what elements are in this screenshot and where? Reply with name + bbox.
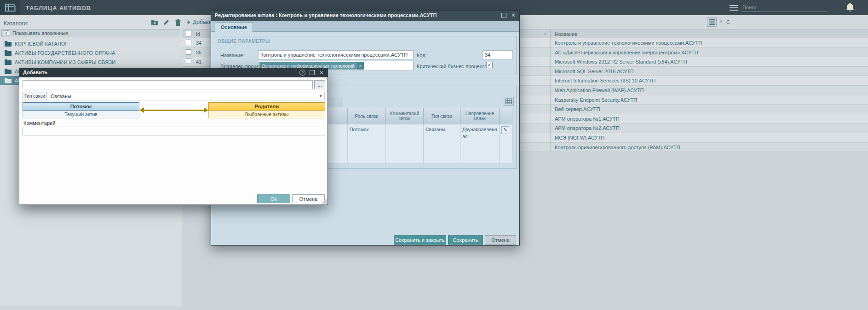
child-column-value: Текущий актив bbox=[23, 111, 139, 118]
show-nested-checkbox[interactable]: ✓ bbox=[4, 30, 9, 36]
catalog-tree-item[interactable]: АКТИВЫ КОМПАНИИ ИЗ СФЕРЫ СВЯЗИ bbox=[0, 58, 182, 67]
folder-icon bbox=[5, 50, 11, 56]
relations-column-settings-button[interactable] bbox=[504, 97, 514, 106]
column-header-name[interactable]: Название bbox=[555, 31, 577, 37]
code-label: Код: bbox=[417, 53, 427, 58]
folder-plus-icon bbox=[151, 19, 159, 25]
comment-label: Комментарий bbox=[23, 120, 55, 126]
pencil-icon bbox=[163, 19, 169, 25]
plus-icon: + bbox=[187, 19, 190, 25]
add-dialog-titlebar[interactable]: Добавить ? ✕ bbox=[19, 68, 328, 77]
folder-icon bbox=[5, 41, 11, 47]
child-column-header: Потомок bbox=[23, 102, 139, 111]
delete-catalog-button[interactable] bbox=[173, 18, 183, 27]
save-and-close-button[interactable]: Сохранить и закрыть bbox=[394, 235, 446, 245]
relation-type-value: Связаны bbox=[51, 94, 71, 99]
show-nested-row: ✓ Показывать вложенные bbox=[1, 29, 180, 37]
catalog-tree-item[interactable]: КОРНЕВОЙ КАТАЛОГ bbox=[0, 39, 182, 48]
comment-input[interactable] bbox=[23, 127, 325, 135]
add-catalog-button[interactable] bbox=[150, 18, 160, 27]
cancel-button[interactable]: Отмена bbox=[292, 194, 325, 203]
asset-search-input[interactable] bbox=[23, 80, 313, 89]
parent-column-header: Родители bbox=[208, 102, 325, 111]
close-icon[interactable]: ✕ bbox=[511, 12, 516, 18]
general-params-title: ОБЩИЕ ПАРАМЕТРЫ bbox=[218, 39, 270, 44]
truncated-control-label: С bbox=[726, 19, 730, 25]
asset-code-input[interactable] bbox=[483, 50, 513, 59]
sort-ascending-icon: ∧ bbox=[544, 31, 547, 36]
row-checkbox[interactable] bbox=[186, 49, 191, 55]
relations-column-header: Роль связи bbox=[348, 108, 386, 124]
maximize-icon[interactable] bbox=[310, 70, 315, 75]
menu-icon[interactable] bbox=[730, 5, 738, 12]
column-header-id[interactable]: Id bbox=[196, 31, 200, 37]
maximize-icon[interactable] bbox=[501, 13, 506, 18]
relations-column-header: Тип связи bbox=[424, 108, 460, 124]
edit-dialog-titlebar[interactable]: Редактирование актива : Контроль и управ… bbox=[211, 11, 519, 21]
column-settings-button[interactable] bbox=[707, 18, 717, 27]
relation-direction-arrow bbox=[144, 110, 204, 111]
tab-osnovnye[interactable]: Основные bbox=[215, 22, 253, 32]
show-nested-label: Показывать вложенные bbox=[12, 30, 68, 36]
ok-button[interactable]: Ok bbox=[257, 194, 290, 203]
column-divider bbox=[550, 38, 551, 152]
grid-icon bbox=[506, 99, 512, 104]
edit-catalog-button[interactable] bbox=[161, 18, 171, 27]
relations-column-header-actions bbox=[500, 108, 512, 124]
cancel-button[interactable]: Отмена bbox=[485, 235, 516, 245]
notifications-bell-icon[interactable] bbox=[845, 2, 855, 13]
catalog-tree-item[interactable]: АКТИВЫ ГОСУДАРСТВЕННОГО ОРГАНА bbox=[0, 48, 182, 58]
relation-type-label: Тип связи bbox=[23, 92, 47, 100]
edit-dialog-title: Редактирование актива : Контроль и управ… bbox=[215, 12, 437, 18]
clear-icon[interactable]: × bbox=[719, 18, 723, 25]
catalogs-label: Каталоги: bbox=[4, 20, 29, 27]
relation-type-select[interactable]: Связаны ▾ bbox=[47, 92, 325, 100]
row-checkbox[interactable] bbox=[186, 40, 191, 45]
parent-column-value: Выбранные активы bbox=[208, 111, 325, 118]
folder-icon bbox=[5, 69, 11, 74]
select-all-checkbox[interactable] bbox=[186, 31, 191, 36]
save-button[interactable]: Сохранить bbox=[448, 235, 483, 245]
name-label: Название: bbox=[220, 53, 244, 58]
folder-icon bbox=[5, 59, 11, 65]
app-screen: ТАБЛИЦА АКТИВОВ Каталоги: bbox=[0, 0, 868, 310]
relations-column-header: Направление связи bbox=[460, 108, 500, 124]
browse-button[interactable]: ... bbox=[314, 80, 325, 89]
column-divider bbox=[550, 29, 551, 39]
asset-name-input[interactable] bbox=[258, 50, 414, 59]
trash-icon bbox=[175, 19, 181, 26]
page-title: ТАБЛИЦА АКТИВОВ bbox=[26, 5, 91, 12]
critical-label: Критический бизнес-процесс: bbox=[417, 64, 486, 69]
resize-grip[interactable] bbox=[322, 199, 327, 204]
relations-column-header: Комментарий связи bbox=[386, 108, 424, 124]
panel-scrollbar[interactable] bbox=[0, 306, 182, 310]
row-checkbox[interactable] bbox=[186, 58, 191, 64]
chevron-down-icon: ▾ bbox=[319, 93, 322, 99]
add-relation-dialog: Добавить ? ✕ ... Тип связи Связаны ▾ Пот… bbox=[19, 68, 328, 205]
remove-tag-icon[interactable]: × bbox=[357, 62, 364, 70]
app-logo[interactable] bbox=[0, 0, 20, 15]
folder-icon bbox=[5, 78, 11, 83]
grid-icon bbox=[709, 19, 715, 25]
add-dialog-title: Добавить bbox=[23, 70, 47, 75]
edit-dialog-tabs: Основные bbox=[211, 21, 519, 32]
help-icon[interactable]: ? bbox=[299, 70, 305, 76]
close-icon[interactable]: ✕ bbox=[319, 70, 324, 76]
critical-checkbox[interactable]: ✓ bbox=[486, 62, 493, 68]
app-logo-icon bbox=[5, 3, 16, 12]
search-input[interactable] bbox=[742, 3, 827, 12]
edit-relation-icon[interactable]: ✎ bbox=[501, 126, 509, 134]
